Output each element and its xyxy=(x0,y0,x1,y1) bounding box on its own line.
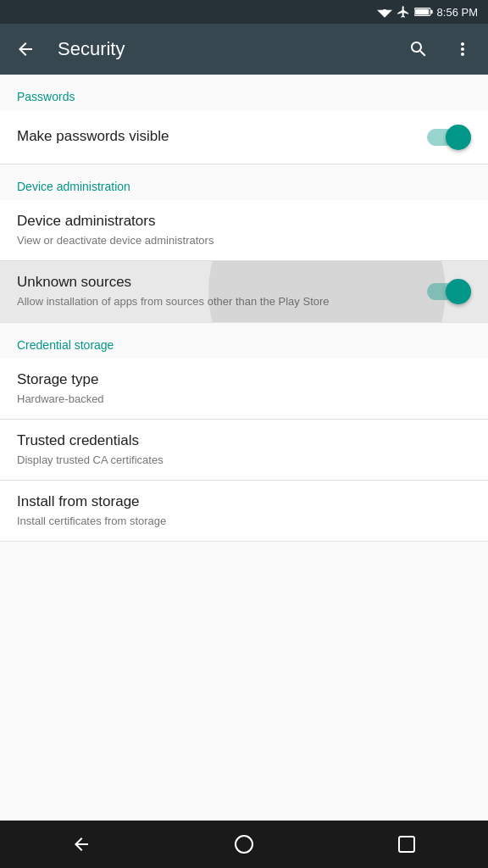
make-passwords-visible-toggle[interactable] xyxy=(427,125,471,150)
search-icon xyxy=(408,39,429,59)
device-administrators-subtitle: View or deactivate device administrators xyxy=(17,233,471,248)
storage-type-title: Storage type xyxy=(17,370,471,389)
nav-home-icon xyxy=(234,834,254,854)
more-options-button[interactable] xyxy=(444,31,481,68)
back-button[interactable] xyxy=(7,31,44,68)
more-vert-icon xyxy=(452,39,473,59)
storage-type-item[interactable]: Storage type Hardware-backed xyxy=(0,359,488,420)
nav-recents-icon xyxy=(396,834,417,854)
unknown-sources-title: Unknown sources xyxy=(17,273,413,292)
trusted-credentials-item[interactable]: Trusted credentials Display trusted CA c… xyxy=(0,420,488,481)
search-button[interactable] xyxy=(400,31,437,68)
unknown-sources-text: Unknown sources Allow installation of ap… xyxy=(17,273,413,309)
make-passwords-visible-title: Make passwords visible xyxy=(17,127,413,146)
svg-rect-7 xyxy=(399,837,414,852)
trusted-credentials-subtitle: Display trusted CA certificates xyxy=(17,453,471,468)
status-time: 8:56 PM xyxy=(437,6,478,19)
device-administrators-text: Device administrators View or deactivate… xyxy=(17,212,471,248)
section-header-passwords: Passwords xyxy=(0,75,488,110)
unknown-sources-toggle[interactable] xyxy=(427,279,471,304)
storage-type-text: Storage type Hardware-backed xyxy=(17,370,471,407)
airplane-icon xyxy=(396,5,410,19)
unknown-sources-item[interactable]: Unknown sources Allow installation of ap… xyxy=(0,261,488,322)
nav-back-button[interactable] xyxy=(56,834,107,854)
app-bar: Security xyxy=(0,24,488,75)
wifi-icon xyxy=(377,6,392,18)
storage-type-subtitle: Hardware-backed xyxy=(17,392,471,407)
toggle-thumb xyxy=(446,279,471,304)
nav-bar xyxy=(0,821,488,868)
svg-rect-4 xyxy=(430,10,432,14)
section-header-credential-storage: Credential storage xyxy=(0,323,488,359)
svg-point-6 xyxy=(236,836,252,853)
device-administrators-title: Device administrators xyxy=(17,212,471,231)
status-icons: 8:56 PM xyxy=(377,5,478,19)
nav-home-button[interactable] xyxy=(219,834,269,854)
make-passwords-visible-item[interactable]: Make passwords visible xyxy=(0,110,488,164)
section-header-device-admin: Device administration xyxy=(0,164,488,200)
toggle-thumb xyxy=(446,125,471,150)
back-icon xyxy=(15,39,36,59)
status-bar: 8:56 PM xyxy=(0,0,488,24)
install-from-storage-title: Install from storage xyxy=(17,492,471,511)
settings-content: Passwords Make passwords visible Device … xyxy=(0,75,488,821)
battery-icon xyxy=(414,6,433,18)
nav-recents-button[interactable] xyxy=(381,834,432,854)
nav-back-icon xyxy=(71,834,92,854)
make-passwords-visible-text: Make passwords visible xyxy=(17,127,413,146)
svg-rect-5 xyxy=(415,9,429,15)
unknown-sources-subtitle: Allow installation of apps from sources … xyxy=(17,294,413,309)
device-administrators-item[interactable]: Device administrators View or deactivate… xyxy=(0,200,488,261)
install-from-storage-subtitle: Install certificates from storage xyxy=(17,514,471,529)
install-from-storage-item[interactable]: Install from storage Install certificate… xyxy=(0,481,488,542)
page-title: Security xyxy=(58,38,393,60)
install-from-storage-text: Install from storage Install certificate… xyxy=(17,492,471,529)
trusted-credentials-title: Trusted credentials xyxy=(17,431,471,450)
trusted-credentials-text: Trusted credentials Display trusted CA c… xyxy=(17,431,471,468)
